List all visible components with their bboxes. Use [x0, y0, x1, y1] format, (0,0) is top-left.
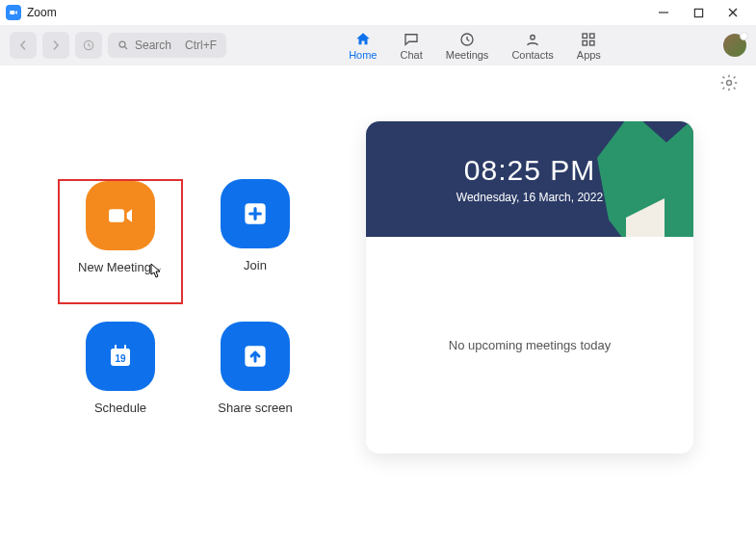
tab-chat[interactable]: Chat: [400, 31, 422, 61]
clock-icon: [458, 31, 476, 48]
svg-point-14: [727, 81, 732, 86]
schedule-label: Schedule: [94, 401, 146, 415]
apps-icon: [580, 31, 597, 48]
svg-text:19: 19: [115, 353, 126, 364]
main-content: New Meeting ⌄ Join: [0, 92, 756, 453]
home-icon: [354, 31, 372, 48]
tab-label: Meetings: [446, 49, 489, 61]
svg-point-6: [119, 41, 125, 47]
tab-apps[interactable]: Apps: [577, 31, 601, 61]
svg-rect-13: [590, 40, 595, 45]
window-title: Zoom: [27, 6, 57, 19]
svg-rect-12: [583, 40, 587, 45]
upload-icon: [240, 341, 271, 372]
chevron-down-icon[interactable]: ⌄: [155, 262, 163, 272]
settings-button[interactable]: [719, 73, 739, 92]
app-icon: [6, 5, 21, 20]
avatar[interactable]: [723, 34, 746, 57]
svg-rect-0: [10, 11, 14, 14]
search-icon: [117, 39, 129, 51]
svg-line-7: [125, 47, 128, 50]
svg-rect-11: [590, 34, 595, 39]
close-button[interactable]: [716, 0, 750, 25]
clock-date: Wednesday, 16 March, 2022: [456, 191, 603, 204]
title-bar: Zoom: [0, 0, 756, 25]
toolbar: Search Ctrl+F Home Chat Meetings Conta: [0, 25, 756, 65]
schedule-button[interactable]: 19: [86, 322, 155, 391]
history-button[interactable]: [75, 32, 102, 59]
action-grid: New Meeting ⌄ Join: [58, 121, 327, 453]
contacts-icon: [524, 31, 541, 48]
svg-point-9: [531, 35, 535, 39]
share-screen-cell: Share screen: [193, 322, 318, 447]
plus-icon: [240, 198, 271, 229]
new-meeting-button[interactable]: [86, 181, 155, 250]
nav-tabs: Home Chat Meetings Contacts Apps: [232, 31, 717, 61]
video-icon: [105, 200, 136, 231]
nav-forward-button[interactable]: [42, 32, 69, 59]
minimize-button[interactable]: [646, 0, 681, 25]
new-meeting-cell: New Meeting ⌄: [58, 179, 183, 304]
new-meeting-label: New Meeting: [78, 260, 151, 274]
tab-contacts[interactable]: Contacts: [511, 31, 553, 61]
clock-time: 08:25 PM: [464, 154, 595, 187]
tab-label: Contacts: [511, 49, 553, 61]
upcoming-panel: 08:25 PM Wednesday, 16 March, 2022 No up…: [366, 121, 693, 453]
svg-rect-15: [109, 209, 124, 221]
tab-label: Apps: [577, 49, 601, 61]
tab-label: Home: [349, 49, 377, 61]
share-screen-button[interactable]: [221, 322, 290, 391]
join-button[interactable]: [221, 179, 290, 248]
calendar-icon: 19: [105, 341, 136, 372]
svg-rect-2: [694, 9, 702, 16]
share-screen-label: Share screen: [218, 401, 292, 415]
search-input[interactable]: Search Ctrl+F: [108, 33, 226, 58]
nav-back-button[interactable]: [10, 32, 37, 59]
schedule-cell: 19 Schedule: [58, 322, 183, 447]
upcoming-empty-text: No upcoming meetings today: [449, 338, 611, 352]
svg-rect-10: [583, 34, 587, 39]
search-label: Search: [135, 39, 171, 52]
chat-icon: [403, 31, 420, 48]
maximize-button[interactable]: [681, 0, 716, 25]
tab-label: Chat: [400, 49, 422, 61]
search-shortcut: Ctrl+F: [185, 39, 217, 52]
join-label: Join: [244, 258, 267, 272]
tab-meetings[interactable]: Meetings: [446, 31, 489, 61]
join-cell: Join: [193, 179, 318, 304]
tab-home[interactable]: Home: [349, 31, 377, 61]
clock-banner: 08:25 PM Wednesday, 16 March, 2022: [366, 121, 693, 237]
